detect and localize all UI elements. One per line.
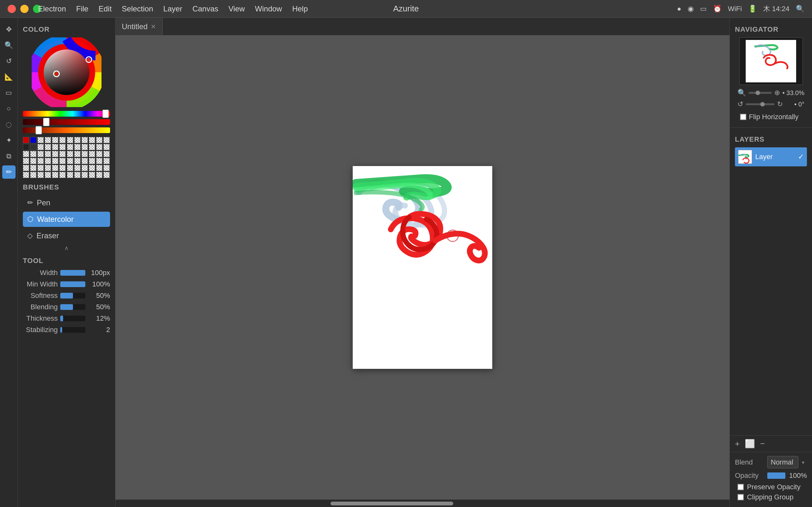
zoom-slider[interactable] — [749, 92, 772, 94]
zoom-out-icon[interactable]: 🔍 — [738, 89, 746, 97]
swatch-r3-1[interactable] — [23, 151, 29, 157]
swatch-r3-2[interactable] — [30, 151, 37, 157]
swatch-r3-8[interactable] — [74, 151, 81, 157]
blend-mode-select[interactable]: Normal Multiply Screen Overlay — [767, 456, 798, 468]
scrollbar-thumb[interactable] — [331, 502, 453, 505]
flip-checkbox[interactable] — [740, 114, 746, 120]
red-slider-thumb[interactable] — [43, 118, 49, 126]
brush-watercolor[interactable]: ⬡ Watercolor — [23, 212, 110, 227]
swatch-r3-11[interactable] — [96, 151, 102, 157]
swatch-r4-2[interactable] — [30, 158, 37, 164]
rotation-slider-thumb[interactable] — [760, 102, 765, 107]
swatch-r6-9[interactable] — [82, 172, 88, 178]
delete-layer-button[interactable]: − — [760, 439, 765, 449]
brush-collapse-arrow[interactable]: ∧ — [23, 245, 110, 251]
navigator-preview[interactable] — [740, 38, 803, 85]
swatch-r6-3[interactable] — [38, 172, 44, 178]
swatch-t4[interactable] — [59, 137, 66, 143]
tool-softness-bar[interactable] — [60, 293, 85, 298]
swatch-r3-9[interactable] — [82, 151, 88, 157]
horizontal-scrollbar[interactable] — [115, 499, 729, 507]
swatch-r4-1[interactable] — [23, 158, 29, 164]
blend-select-wrapper[interactable]: Normal Multiply Screen Overlay ▾ — [767, 456, 807, 468]
swatch-r3-5[interactable] — [52, 151, 58, 157]
hue-slider-row[interactable] — [23, 111, 110, 117]
tool-thickness-bar[interactable] — [60, 316, 85, 321]
menu-window[interactable]: Window — [255, 4, 282, 13]
tool-width-bar[interactable] — [60, 270, 85, 276]
menu-edit[interactable]: Edit — [99, 4, 112, 13]
canvas-area[interactable] — [115, 36, 729, 499]
swatch-r6-7[interactable] — [67, 172, 73, 178]
clipping-group-checkbox[interactable] — [738, 494, 744, 500]
tool-stabilizing-bar[interactable] — [60, 327, 85, 333]
swatch-d5[interactable] — [52, 144, 58, 150]
layers-tool[interactable]: ⧉ — [2, 150, 15, 163]
tool-blending-bar[interactable] — [60, 304, 85, 310]
swatch-r3-12[interactable] — [103, 151, 110, 157]
swatch-r6-4[interactable] — [45, 172, 51, 178]
swatch-r6-12[interactable] — [103, 172, 110, 178]
swatch-r4-4[interactable] — [45, 158, 51, 164]
ellipse-tool[interactable]: ○ — [2, 102, 15, 115]
swatch-t7[interactable] — [82, 137, 88, 143]
brush-tool[interactable]: ✏ — [2, 165, 15, 179]
swatch-t9[interactable] — [96, 137, 102, 143]
swatch-transparent[interactable] — [38, 137, 44, 143]
zoom-tool[interactable]: 🔍 — [2, 39, 15, 52]
close-button[interactable] — [8, 5, 16, 13]
drawing-canvas[interactable] — [353, 166, 492, 369]
rect-tool[interactable]: ▭ — [2, 86, 15, 100]
zoom-slider-thumb[interactable] — [756, 91, 760, 95]
swatch-r4-5[interactable] — [52, 158, 58, 164]
swatch-transparent2[interactable] — [45, 137, 51, 143]
swatch-d1[interactable] — [23, 144, 29, 150]
swatch-d3[interactable] — [38, 144, 44, 150]
swatch-d10[interactable] — [89, 144, 95, 150]
wand-tool[interactable]: ✦ — [2, 134, 15, 147]
ruler-tool[interactable]: 📐 — [2, 70, 15, 83]
swatch-r5-1[interactable] — [23, 165, 29, 171]
brush-pen[interactable]: ✏ Pen — [23, 195, 110, 210]
swatch-r5-8[interactable] — [74, 165, 81, 171]
swatch-d2[interactable] — [30, 144, 37, 150]
swatch-r5-12[interactable] — [103, 165, 110, 171]
swatch-blue[interactable] — [30, 137, 37, 143]
swatch-r6-11[interactable] — [96, 172, 102, 178]
swatch-r4-11[interactable] — [96, 158, 102, 164]
swatch-r3-3[interactable] — [38, 151, 44, 157]
swatch-r3-6[interactable] — [59, 151, 66, 157]
swatch-r3-7[interactable] — [67, 151, 73, 157]
lasso-tool[interactable]: ◌ — [2, 118, 15, 131]
swatch-t8[interactable] — [89, 137, 95, 143]
alpha-slider-thumb[interactable] — [36, 126, 42, 134]
swatch-d11[interactable] — [96, 144, 102, 150]
rotate-tool[interactable]: ↺ — [2, 55, 15, 68]
swatch-r4-3[interactable] — [38, 158, 44, 164]
swatch-r6-10[interactable] — [89, 172, 95, 178]
tool-minwidth-bar[interactable] — [60, 281, 85, 287]
group-layer-button[interactable]: ⬜ — [745, 439, 755, 449]
swatch-r5-9[interactable] — [82, 165, 88, 171]
swatch-transparent3[interactable] — [52, 137, 58, 143]
swatch-r5-2[interactable] — [30, 165, 37, 171]
menu-file[interactable]: File — [76, 4, 89, 13]
swatch-red[interactable] — [23, 137, 29, 143]
swatch-r6-8[interactable] — [74, 172, 81, 178]
preserve-opacity-checkbox[interactable] — [738, 484, 744, 490]
swatch-r5-10[interactable] — [89, 165, 95, 171]
zoom-in-icon[interactable]: ⊕ — [774, 89, 780, 97]
menu-selection[interactable]: Selection — [122, 4, 153, 13]
swatch-r6-2[interactable] — [30, 172, 37, 178]
swatch-t5[interactable] — [67, 137, 73, 143]
swatch-t10[interactable] — [103, 137, 110, 143]
swatch-d6[interactable] — [59, 144, 66, 150]
swatch-d7[interactable] — [67, 144, 73, 150]
color-wheel-container[interactable] — [23, 38, 110, 107]
swatch-r4-6[interactable] — [59, 158, 66, 164]
layer-item[interactable]: Layer ✓ — [735, 147, 807, 166]
swatch-r4-12[interactable] — [103, 158, 110, 164]
rotate-right-icon[interactable]: ↻ — [777, 100, 783, 108]
swatch-d8[interactable] — [74, 144, 81, 150]
menu-canvas[interactable]: Canvas — [193, 4, 218, 13]
